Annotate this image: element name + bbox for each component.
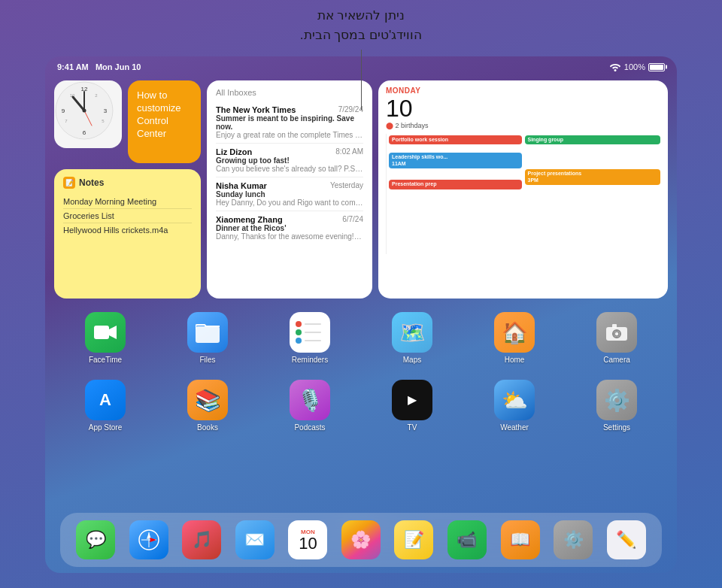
cal-event-portfolio: Portfolio work session	[389, 135, 522, 144]
widget-col-left: 12 6 3 9 2 5 10 7 1	[54, 80, 201, 299]
app-maps-label: Maps	[403, 356, 421, 364]
svg-rect-15	[94, 326, 109, 339]
cal-event-prep: Presentation prep	[389, 180, 522, 189]
battery-label: 100%	[624, 62, 645, 71]
cal-event-project-text: Project presentations3PM	[525, 169, 661, 185]
app-settings[interactable]: ⚙️ Settings	[590, 380, 643, 432]
app-camera[interactable]: Camera	[590, 312, 643, 364]
app-podcasts-label: Podcasts	[294, 423, 325, 432]
svg-text:3: 3	[104, 108, 108, 114]
dock-music[interactable]: 🎵	[182, 520, 221, 559]
svg-marker-16	[109, 326, 117, 339]
dock-settings[interactable]: ⚙️	[554, 520, 593, 559]
app-books[interactable]: 📚 Books	[181, 380, 234, 432]
dock-calendar[interactable]: MON 10	[288, 520, 327, 559]
mail-preview-1: Enjoy a great rate on the complete Times…	[216, 131, 363, 139]
notes-header: 📝 Notes	[63, 177, 192, 189]
svg-text:▶: ▶	[408, 393, 417, 406]
app-appstore[interactable]: A App Store	[79, 380, 132, 432]
cal-birthdays: ⬤ 2 birthdays	[386, 122, 660, 129]
dock-photos[interactable]: 🌸	[341, 520, 381, 559]
annotation: ניתן להשאיר את הווידג'טים במסך הבית.	[150, 6, 572, 44]
notes-item-1: Monday Morning Meeting	[63, 195, 192, 209]
customize-text: How to customize Control Center	[137, 89, 192, 141]
cal-event-prep-text: Presentation prep	[389, 180, 522, 189]
app-books-label: Books	[197, 423, 218, 432]
mail-preview-3: Hey Danny, Do you and Rigo want to come …	[216, 199, 363, 207]
app-facetime[interactable]: FaceTime	[79, 312, 132, 364]
mail-widget[interactable]: All Inboxes The New York Times7/29/24 Su…	[207, 80, 372, 299]
mail-from-1: The New York Times	[216, 105, 296, 114]
annotation-pointer	[361, 50, 362, 110]
dock-notes[interactable]: 📝	[394, 520, 433, 559]
app-appstore-label: App Store	[89, 423, 122, 432]
mail-from-4: Xiaomeng Zhang	[216, 215, 283, 224]
notes-icon: 📝	[63, 177, 75, 189]
svg-point-0	[614, 69, 616, 71]
mail-date-3: Yesterday	[330, 181, 363, 190]
weather-icon: ⛅	[494, 380, 535, 420]
ipad-screen: 9:41 AM Mon Jun 10 100%	[45, 56, 677, 573]
battery-icon	[648, 63, 665, 71]
cal-events-area: Portfolio work session Leadership skills…	[386, 134, 660, 254]
dock: 💬 🎵 ✉️ MON 10 🌸 📝 📹 📖 ⚙️ ✏️	[60, 513, 662, 567]
notes-widget[interactable]: 📝 Notes Monday Morning Meeting Groceries…	[54, 169, 201, 299]
dock-books[interactable]: 📖	[501, 520, 540, 559]
home-icon: 🏠	[494, 312, 535, 353]
app-maps[interactable]: 🗺️ Maps	[386, 312, 438, 364]
mail-header: All Inboxes	[216, 88, 363, 97]
dock-freeform[interactable]: ✏️	[607, 520, 646, 559]
widgets-area: 12 6 3 9 2 5 10 7 1	[54, 80, 668, 299]
dock-messages[interactable]: 💬	[76, 520, 115, 559]
mail-date-2: 8:02 AM	[335, 147, 363, 156]
dock-safari[interactable]	[129, 520, 168, 559]
clock-widget[interactable]: 12 6 3 9 2 5 10 7 1	[54, 80, 122, 148]
app-files[interactable]: Files	[181, 312, 234, 364]
podcasts-icon: 🎙️	[290, 380, 330, 420]
cal-date: 10	[386, 96, 660, 120]
dock-mail[interactable]: ✉️	[235, 520, 275, 559]
mail-item-1[interactable]: The New York Times7/29/24 Summer is mean…	[216, 102, 363, 144]
mail-item-2[interactable]: Liz Dizon8:02 AM Growing up too fast! Ca…	[216, 144, 363, 177]
mail-from-2: Liz Dizon	[216, 147, 252, 156]
dock-calendar-date: 10	[299, 535, 317, 552]
calendar-widget[interactable]: MONDAY 10 ⬤ 2 birthdays Portfolio work s…	[378, 80, 668, 299]
svg-rect-18	[606, 327, 627, 341]
cal-left-events: Portfolio work session Leadership skills…	[386, 134, 522, 254]
app-home[interactable]: 🏠 Home	[488, 312, 541, 364]
annotation-line1: ניתן להשאיר את	[150, 6, 572, 26]
app-tv[interactable]: ▶ TV	[386, 380, 438, 432]
mail-item-4[interactable]: Xiaomeng Zhang6/7/24 Dinner at the Ricos…	[216, 211, 363, 244]
books-icon: 📚	[187, 380, 228, 420]
app-reminders[interactable]: Reminders	[284, 312, 336, 364]
svg-point-14	[83, 109, 86, 113]
app-settings-label: Settings	[603, 423, 630, 432]
cal-day-label: MONDAY	[386, 86, 660, 95]
app-camera-label: Camera	[603, 356, 630, 364]
dock-facetime[interactable]: 📹	[447, 520, 487, 559]
app-reminders-label: Reminders	[292, 356, 328, 364]
app-files-label: Files	[199, 356, 215, 364]
annotation-line2: הווידג'טים במסך הבית.	[150, 26, 572, 45]
customize-widget[interactable]: How to customize Control Center	[128, 80, 201, 163]
app-podcasts[interactable]: 🎙️ Podcasts	[284, 380, 336, 432]
notes-item-2: Groceries List	[63, 209, 192, 223]
mail-subject-2: Growing up too fast!	[216, 156, 363, 165]
app-row-2: A App Store 📚 Books 🎙️ Podcasts ▶ TV ⛅ W…	[54, 380, 668, 432]
svg-rect-21	[612, 324, 617, 328]
appstore-icon: A	[85, 380, 126, 420]
app-weather[interactable]: ⛅ Weather	[488, 380, 541, 432]
notes-title: Notes	[79, 177, 104, 188]
svg-rect-17	[196, 326, 220, 343]
wifi-icon	[609, 62, 621, 71]
cal-event-leadership-text: Leadership skills wo...11AM	[389, 153, 522, 168]
svg-marker-28	[150, 538, 156, 542]
status-time-date: 9:41 AM Mon Jun 10	[57, 62, 141, 71]
clock-customize-row: 12 6 3 9 2 5 10 7 1	[54, 80, 201, 163]
mail-item-3[interactable]: Nisha KumarYesterday Sunday lunch Hey Da…	[216, 177, 363, 211]
status-indicators: 100%	[609, 62, 665, 71]
maps-icon: 🗺️	[392, 312, 432, 353]
notes-item-3: Hellywood Hills crickets.m4a	[63, 223, 192, 237]
cal-right-events: Singing group Project presentations3PM	[525, 134, 661, 254]
app-home-label: Home	[505, 356, 525, 364]
